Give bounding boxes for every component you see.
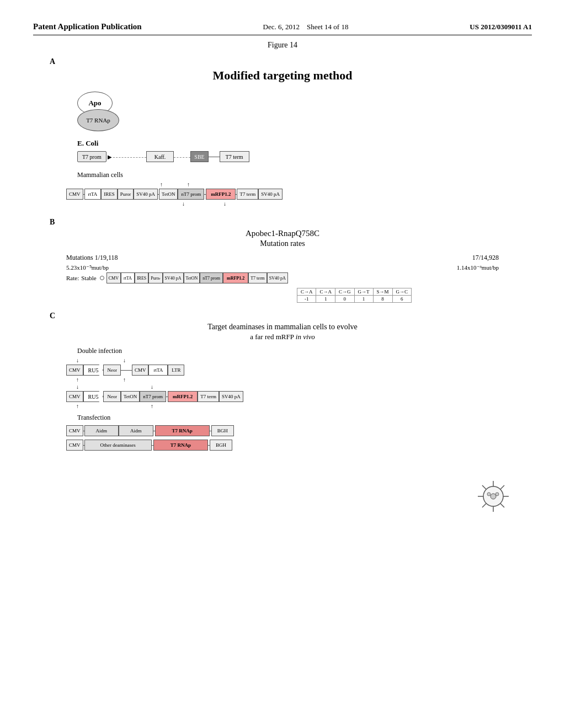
transfection-label: Transfection — [77, 414, 532, 422]
svg-line-1 — [500, 485, 504, 489]
double-infection-row2-wrapper: ↓ ↓ CMV RU5 Neor TetON nT7 prom mRFP1.2 … — [66, 384, 532, 409]
svg-line-3 — [500, 504, 504, 507]
double-infection-row2: CMV RU5 Neor TetON nT7 prom mRFP1.2 T7 t… — [66, 391, 532, 402]
svg-point-9 — [491, 494, 496, 499]
mutation-table: C→AC→AC→GG→TS→MG→C -110186 — [297, 288, 412, 303]
transfection-row1: CMV Aidm Aidm T7 RNAp BGH — [66, 425, 532, 436]
header-left: Patent Application Publication — [33, 22, 142, 31]
mutation-info: Mutations 1/19,118 17/14,928 — [66, 254, 499, 262]
svg-line-5 — [482, 504, 486, 507]
svg-line-7 — [482, 485, 486, 489]
section-a-label: A — [50, 57, 532, 66]
section-c-title: Target deaminases in mammalian cells to … — [33, 323, 532, 331]
svg-point-11 — [495, 493, 499, 496]
mammalian-construct-wrapper: ↑ ↑ CMV rtTA IRES Puror SV40 pA TetON nT… — [66, 181, 532, 207]
mammalian-label: Mammalian cells — [77, 171, 532, 179]
section-c: C Target deaminases in mammalian cells t… — [33, 312, 532, 451]
rate-info: 5.23x10⁻⁵mut/bp 1.14x10⁻³mut/bp — [66, 264, 499, 271]
section-c-subtitle: a far red mRFP in vivo — [33, 333, 532, 341]
section-b: B Apobec1-RnapQ758C Mutation rates Mutat… — [33, 218, 532, 303]
virus-particle — [477, 480, 510, 515]
t7rnap-circle: T7 RNAp — [77, 109, 119, 131]
ecoli-label: E. Coli — [77, 139, 532, 148]
rate-stable-row: Rate: Stable CMV rtTA IRES Puror SV40 pA… — [66, 272, 532, 283]
page-header: Patent Application Publication Dec. 6, 2… — [33, 22, 532, 35]
section-b-subtitle: Mutation rates — [33, 239, 532, 248]
section-b-title: Apobec1-RnapQ758C — [33, 229, 532, 238]
figure-title: Figure 14 — [33, 41, 532, 50]
ecoli-construct: T7 prom ▶ Kaff. SBE T7 term — [77, 151, 532, 162]
mammalian-construct: CMV rtTA IRES Puror SV40 pA TetON nT7 pr… — [66, 189, 532, 200]
double-infection-label: Double infection — [77, 347, 532, 355]
header-center: Dec. 6, 2012 Sheet 14 of 18 — [263, 23, 349, 31]
header-right: US 2012/0309011 A1 — [470, 23, 532, 31]
svg-point-10 — [487, 493, 491, 496]
method-title: Modified targeting method — [33, 68, 532, 83]
mutation-table-wrapper: C→AC→AC→GG→TS→MG→C -110186 — [177, 288, 532, 303]
ru5-box: RU5 — [83, 365, 104, 376]
section-a: A Modified targeting method Apo T7 RNAp … — [33, 57, 532, 207]
double-infection-row1: CMV RU5 Neor CMV rtTA LTR — [66, 365, 532, 376]
section-c-label: C — [50, 312, 532, 320]
double-infection-row1-wrapper: ↓ ↓ CMV RU5 Neor CMV rtTA LTR ↑ ↑ — [66, 357, 532, 383]
ru5-box2: RU5 — [83, 391, 104, 402]
transfection-row2: CMV Other deaminases T7 RNAp BGH — [66, 440, 532, 451]
section-b-label: B — [50, 218, 532, 227]
